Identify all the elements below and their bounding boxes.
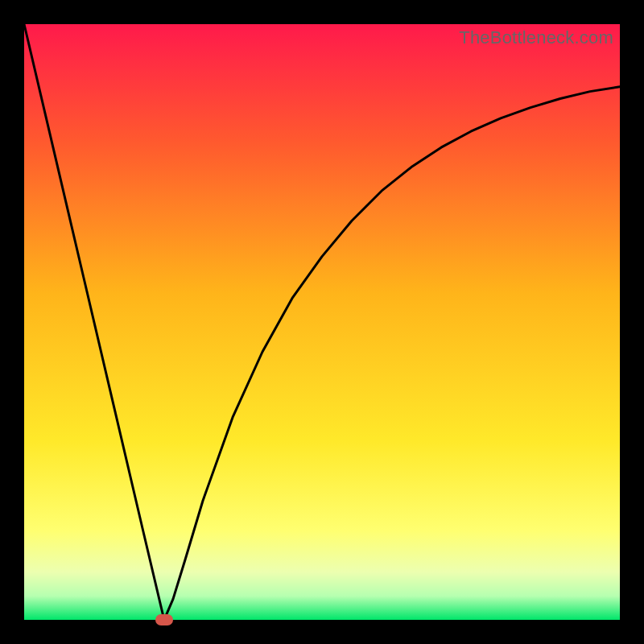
- watermark-text: TheBottleneck.com: [459, 27, 613, 48]
- bottleneck-curve: [24, 24, 620, 620]
- optimum-marker: [155, 614, 173, 625]
- chart-frame: TheBottleneck.com: [24, 24, 620, 620]
- curve-layer: [24, 24, 620, 620]
